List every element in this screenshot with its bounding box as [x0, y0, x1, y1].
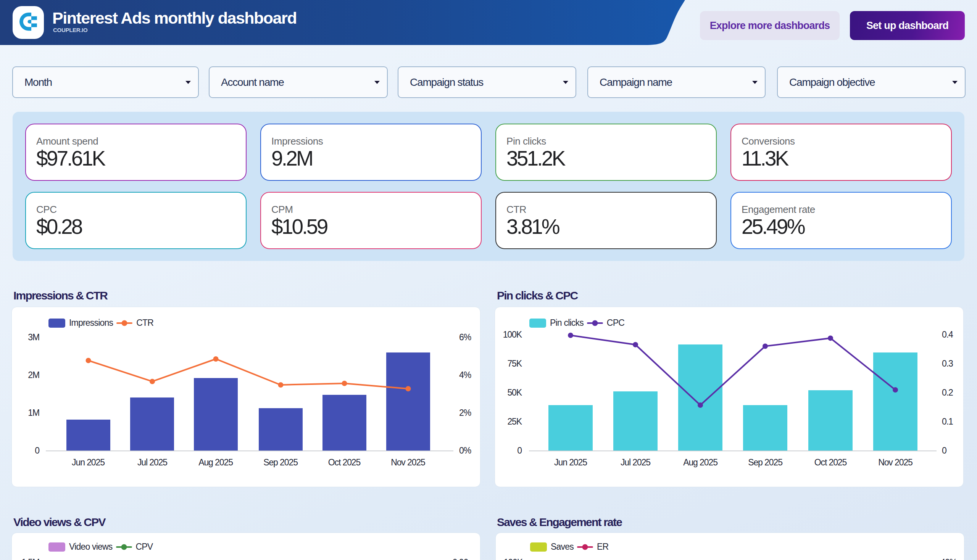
svg-text:25K: 25K: [507, 417, 522, 427]
svg-text:Nov 2025: Nov 2025: [878, 457, 912, 467]
svg-text:Sep 2025: Sep 2025: [748, 457, 782, 467]
svg-text:0%: 0%: [459, 445, 471, 455]
svg-text:1M: 1M: [28, 408, 39, 418]
svg-text:Jul 2025: Jul 2025: [137, 457, 167, 467]
svg-text:Oct 2025: Oct 2025: [814, 457, 847, 467]
svg-text:3M: 3M: [28, 332, 39, 342]
svg-text:100K: 100K: [504, 557, 523, 560]
svg-text:0.06: 0.06: [453, 557, 468, 560]
svg-text:0.4: 0.4: [942, 330, 954, 340]
svg-text:0.2: 0.2: [942, 388, 953, 397]
svg-text:0: 0: [517, 445, 522, 455]
svg-text:Aug 2025: Aug 2025: [199, 457, 233, 467]
svg-text:Jun 2025: Jun 2025: [554, 457, 587, 467]
svg-text:2%: 2%: [459, 408, 471, 418]
svg-text:0.3: 0.3: [942, 358, 953, 368]
svg-text:40%: 40%: [940, 557, 957, 560]
svg-text:2M: 2M: [28, 370, 39, 380]
svg-text:0: 0: [942, 445, 947, 455]
svg-text:4%: 4%: [459, 370, 471, 380]
svg-text:0.1: 0.1: [942, 417, 953, 427]
svg-text:0: 0: [35, 445, 39, 455]
svg-text:Jul 2025: Jul 2025: [621, 457, 650, 467]
svg-text:Aug 2025: Aug 2025: [683, 457, 718, 467]
svg-text:6%: 6%: [459, 332, 471, 342]
svg-text:Sep 2025: Sep 2025: [263, 457, 298, 467]
svg-text:50K: 50K: [507, 388, 522, 397]
svg-text:75K: 75K: [507, 358, 522, 368]
svg-text:Jun 2025: Jun 2025: [72, 457, 105, 467]
svg-text:Oct 2025: Oct 2025: [328, 457, 361, 467]
svg-text:100K: 100K: [503, 330, 523, 340]
svg-text:Nov 2025: Nov 2025: [391, 457, 425, 467]
svg-text:1.5M: 1.5M: [22, 557, 39, 560]
